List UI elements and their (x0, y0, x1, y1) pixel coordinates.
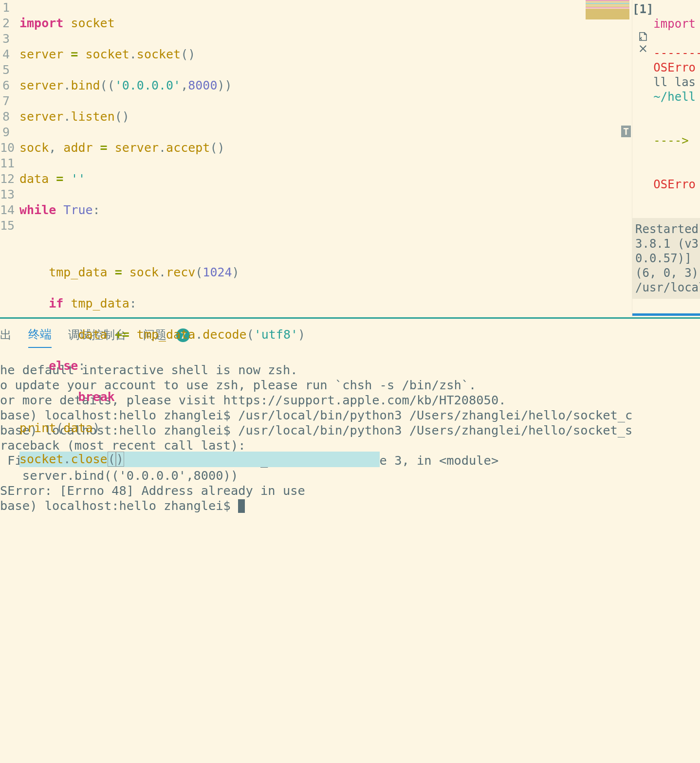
line-number-gutter: 1 2 3 4 5 6 7 8 9 10 11 12 13 14 15 (0, 0, 19, 317)
line-number: 14 (0, 202, 10, 218)
code-line[interactable]: if tmp_data: (19, 296, 583, 311)
code-line[interactable]: server = socket.socket() (19, 47, 583, 62)
keyword: import (19, 16, 63, 30)
kernel-info: Restarted 3.8.1 (v3. 0.0.57)] (6, 0, 3) … (632, 218, 700, 299)
bracket-match: ( (108, 452, 116, 467)
code-line[interactable] (19, 234, 583, 249)
terminal-line: SError: [Errno 48] Address already in us… (0, 483, 305, 498)
line-number: 1 (0, 0, 10, 16)
top-area: 1 2 3 4 5 6 7 8 9 10 11 12 13 14 15 impo… (0, 0, 700, 319)
line-number: 5 (0, 62, 10, 78)
cell-gutter: [1] (632, 0, 653, 206)
close-icon[interactable] (638, 44, 648, 54)
minimap-content (586, 0, 629, 19)
line-number: 9 (0, 125, 10, 140)
terminal-prompt: base) localhost:hello zhanglei$ (0, 498, 238, 513)
cell-number: [1] (632, 0, 653, 17)
line-number: 8 (0, 109, 10, 125)
line-number: 15 (0, 218, 10, 234)
code-line[interactable]: print(data) (19, 420, 583, 436)
code-line[interactable]: while True: (19, 202, 583, 218)
line-number: 4 (0, 47, 10, 62)
code-line-current[interactable]: socket.close() (19, 452, 380, 467)
code-line[interactable]: sock, addr = server.accept() (19, 140, 583, 156)
identifier: socket (71, 16, 114, 30)
code-line[interactable]: data += tmp_data.decode('utf8') (19, 327, 583, 343)
code-line[interactable]: else: (19, 358, 583, 374)
code-area[interactable]: import socket server = socket.socket() s… (19, 0, 583, 317)
tab-output[interactable]: 出 (0, 327, 12, 347)
line-number: 10 (0, 140, 10, 156)
editor-pane[interactable]: 1 2 3 4 5 6 7 8 9 10 11 12 13 14 15 impo… (0, 0, 632, 317)
minimap[interactable] (583, 0, 632, 317)
code-line[interactable]: data = '' (19, 171, 583, 187)
code-line[interactable]: break (19, 389, 583, 405)
cell-output: import -------- OSErro ll las ~/hell ---… (653, 0, 700, 206)
line-number: 2 (0, 16, 10, 31)
code-line[interactable]: server.bind(('0.0.0.0',8000)) (19, 78, 583, 93)
line-number: 13 (0, 187, 10, 202)
code-line[interactable]: import socket (19, 16, 583, 31)
line-number: 12 (0, 171, 10, 187)
bracket-match: ) (116, 452, 124, 467)
variable-row[interactable]: [1]Type c (632, 316, 700, 317)
line-number: 6 (0, 78, 10, 93)
code-line[interactable]: server.listen() (19, 109, 583, 125)
code-line[interactable]: tmp_data = sock.recv(1024) (19, 265, 583, 280)
line-number: 3 (0, 31, 10, 47)
terminal-cursor (238, 499, 245, 513)
interactive-pane[interactable]: [1] import -------- OSErro ll las ~/hell… (632, 0, 700, 317)
trailing-whitespace-icon: T (621, 126, 631, 137)
goto-source-icon[interactable] (638, 31, 648, 42)
line-number: 7 (0, 93, 10, 109)
line-number: 11 (0, 156, 10, 171)
